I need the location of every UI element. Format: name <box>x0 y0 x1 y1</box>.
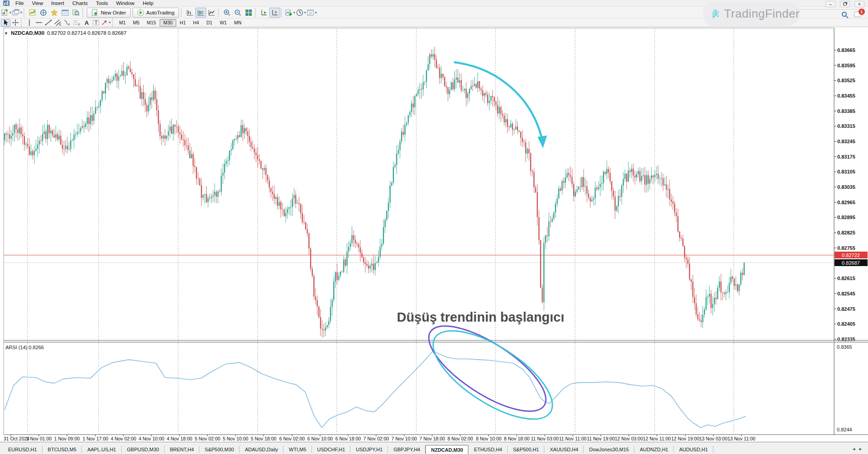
tab-scroll-arrows[interactable]: ◄► <box>852 447 865 451</box>
menu-file[interactable]: File <box>11 0 28 7</box>
symbol-tab-ethusd-h4[interactable]: ETHUSD,H4 <box>468 445 507 453</box>
navigator-button[interactable] <box>49 8 60 18</box>
periods-button[interactable]: ▾ <box>296 8 307 18</box>
equidistant-channel-tool-button[interactable]: E <box>53 19 62 27</box>
zoom-in-button[interactable] <box>222 8 232 18</box>
auto-scroll-button[interactable] <box>259 8 269 18</box>
bid-price-badge: 0.82722 <box>835 252 868 258</box>
symbol-tab-s-p500-m30[interactable]: S&P500,M30 <box>199 445 240 453</box>
dropdown-arrow-icon[interactable]: ▾ <box>315 11 317 14</box>
navigator-icon <box>51 9 58 16</box>
menu-window[interactable]: Window <box>112 0 139 7</box>
menu-help[interactable]: Help <box>139 0 158 7</box>
profiles-button[interactable]: ▾ <box>12 8 23 18</box>
chart-shift-button[interactable] <box>269 8 280 18</box>
strategy-tester-button[interactable] <box>71 8 81 18</box>
dropdown-arrow-icon[interactable]: ▾ <box>20 11 22 14</box>
search-icon[interactable] <box>842 12 847 17</box>
text-tool-button[interactable]: A <box>81 19 91 27</box>
tradingfinder-watermark: TradingFinder <box>703 1 800 26</box>
timeframe-m5-button[interactable]: M5 <box>129 19 143 27</box>
cursor-tool-button[interactable] <box>1 19 10 27</box>
market-watch-button[interactable] <box>27 8 38 18</box>
indicators-button[interactable]: ▾ <box>285 8 296 18</box>
symbol-tab-brent-h4[interactable]: BRENT,H4 <box>165 445 199 453</box>
tradingfinder-logo-icon <box>710 5 720 23</box>
timeframe-h4-button[interactable]: H4 <box>189 19 203 27</box>
text-a-icon: A <box>83 19 90 26</box>
chart-background <box>0 27 868 442</box>
autotrading-button[interactable]: AutoTrading <box>132 8 179 18</box>
timeframe-m1-button[interactable]: M1 <box>116 19 130 27</box>
profiles-icon <box>12 9 19 16</box>
symbol-tab-gbpusd-m30[interactable]: GBPUSD,M30 <box>122 445 165 453</box>
menu-tools[interactable]: Tools <box>92 0 112 7</box>
time-axis-label: 8 Nov 10:00 <box>476 436 502 441</box>
terminal-button[interactable] <box>60 8 71 18</box>
trendline-tool-button[interactable] <box>43 19 53 27</box>
timeframe-m30-button[interactable]: M30 <box>160 19 176 27</box>
chart-symbol-title: NZDCAD,M30 <box>11 30 44 36</box>
label-t-icon: T <box>92 19 99 26</box>
timeframe-h1-button[interactable]: H1 <box>176 19 189 27</box>
timeframe-m15-button[interactable]: M15 <box>143 19 160 27</box>
restore-button[interactable] <box>840 1 850 7</box>
timeframe-d1-button[interactable]: D1 <box>203 19 216 27</box>
fibonacci-tool-button[interactable]: F <box>62 19 72 27</box>
price-axis-label: 0.82965 <box>837 200 855 205</box>
price-axis-label: 0.83035 <box>837 184 855 190</box>
symbol-tab-nzdcad-m30[interactable]: NZDCAD,M30 <box>425 445 468 454</box>
vertical-line-tool-button[interactable] <box>24 19 34 27</box>
price-axis-label: 0.82335 <box>837 337 855 342</box>
tab-scroll-left-icon[interactable]: ◄ <box>852 447 859 451</box>
autotrading-button-label: AutoTrading <box>146 10 175 15</box>
market-watch-icon <box>29 9 36 16</box>
symbol-tab-eurusd-h1[interactable]: EURUSD,H1 <box>3 445 42 453</box>
chart-canvas[interactable]: 0.836650.835950.835250.834550.833850.833… <box>0 27 868 442</box>
symbol-tab-usdchf-h1[interactable]: USDCHF,H1 <box>312 445 351 453</box>
symbol-tab-s-p500-h1[interactable]: S&P500,H1 <box>508 445 544 453</box>
symbol-tab-audnzd-h1[interactable]: AUDNZD,H1 <box>634 445 674 453</box>
line-chart-button[interactable] <box>206 8 217 18</box>
menu-view[interactable]: View <box>28 0 47 7</box>
crosshair-tool-button[interactable] <box>10 19 20 27</box>
symbol-tab-wti-m5[interactable]: WTI,M5 <box>283 445 312 453</box>
bar-chart-button[interactable] <box>184 8 195 18</box>
candlestick-chart-button[interactable] <box>195 8 206 18</box>
tab-scroll-right-icon[interactable]: ► <box>859 447 865 451</box>
timeframe-w1-button[interactable]: W1 <box>216 19 231 27</box>
templates-button[interactable]: ▾ <box>307 8 317 18</box>
fibonacci-expansion-tool-button[interactable]: F <box>72 19 81 27</box>
symbol-tab-btcusd-m5[interactable]: BTCUSD,M5 <box>42 445 82 453</box>
dropdown-arrow-icon[interactable]: ▾ <box>304 11 306 14</box>
close-button[interactable]: × <box>854 1 864 7</box>
timeframe-mn-button[interactable]: MN <box>231 19 245 27</box>
symbol-tab-usdjpy-h1[interactable]: USDJPY,H1 <box>350 445 388 453</box>
data-window-button[interactable] <box>38 8 49 18</box>
horizontal-line-tool-button[interactable] <box>34 19 43 27</box>
arrows-tool-button[interactable]: ▾ <box>100 19 111 27</box>
symbol-tab-gbpjpy-h4[interactable]: GBPJPY,H4 <box>388 445 425 453</box>
text-label-tool-button[interactable]: T <box>91 19 100 27</box>
new-order-button[interactable]: New Order <box>87 8 131 18</box>
dropdown-arrow-icon[interactable]: ▾ <box>293 11 295 14</box>
new-chart-button[interactable]: ▾ <box>1 8 12 18</box>
symbol-tab-audusd-h1[interactable]: AUDUSD,H1 <box>674 445 713 453</box>
price-axis-label: 0.83315 <box>837 123 855 129</box>
symbol-tab-xauusd-h4[interactable]: XAUUSD,H4 <box>544 445 584 453</box>
time-axis-label: 6 Nov 18:00 <box>335 436 361 441</box>
ohlc-collapser-icon[interactable]: ▼ <box>4 31 8 36</box>
tile-icon <box>245 9 252 16</box>
dropdown-arrow-icon[interactable]: ▾ <box>109 21 111 24</box>
menu-insert[interactable]: Insert <box>47 0 68 7</box>
tile-windows-button[interactable] <box>243 8 254 18</box>
symbol-tab-adausd-daily[interactable]: ADAUSD,Daily <box>240 445 283 453</box>
symbol-tab-dowjones30-m15[interactable]: DowJones30,M15 <box>584 445 634 453</box>
menu-charts[interactable]: Charts <box>68 0 92 7</box>
minimize-button[interactable]: – <box>826 1 835 7</box>
zoom-out-button[interactable] <box>232 8 243 18</box>
symbol-tab-aapl-us-h1[interactable]: AAPL.US,H1 <box>82 445 122 453</box>
notifications-icon[interactable]: 1 <box>854 11 862 17</box>
chart-region[interactable]: 0.836650.835950.835250.834550.833850.833… <box>0 27 868 442</box>
dropdown-arrow-icon[interactable]: ▾ <box>9 11 11 14</box>
